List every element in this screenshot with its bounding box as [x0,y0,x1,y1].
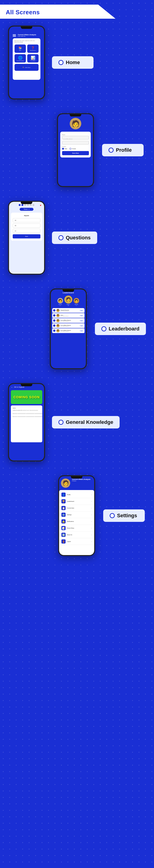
gender-label: Gender [62,146,89,147]
profile-arrow-icon: › [91,494,92,496]
gk-section: ← GK in Gujarati COMING SOON OP10 સ્ત્રી… [0,376,154,468]
bury-icon: ❓ [31,46,35,50]
settings-about-label: About Us [67,534,72,535]
gk-phone-notch [21,384,32,386]
lb-info-4: Tangeeth Samachar Current Affairs Analys… [60,309,79,312]
profile-screen: 🧑 Name Current Affairs Analysis Gender M… [58,114,93,186]
option-a[interactable]: (a) [13,218,41,222]
settings-item-settings[interactable]: ⚙️ Settings › [60,512,93,518]
home-quote: All progress takes place outside the com… [15,40,38,43]
settings-phone-notch [71,476,82,478]
questions-section: ♥ Timer: 2 Rajasthi (a) (b) (c) Next [0,194,154,282]
home-icon-gk[interactable]: 🌐 General Knowledge [15,54,26,62]
current-label: Current Affairs [30,60,35,61]
dot-1 [19,204,21,206]
profile-save-button[interactable]: Save Now [62,151,89,155]
leaderboard-settings-icon: 🏆 [61,499,66,503]
settings-avatar: 🧑 [61,478,70,488]
settings-profile-label: Profile [67,494,71,495]
gk-label-text-box: General Knowledge [66,419,113,425]
leaderboard-screen: Leaderboard 🧑 Rajasthi 8 🧑 Rajguru 14 🧑 [51,289,86,368]
dot-6 [32,204,34,206]
option-b[interactable]: (b) [13,223,41,227]
settings-label-box: Settings [103,509,145,522]
terms-icon: 📝 [61,526,66,530]
dot-4 [27,204,29,206]
lb-score-6: 2 pts [79,320,83,322]
settings-item-logout[interactable]: 🚪 Logout › [60,538,93,545]
lb-row-6: 6 🧑 Current Affairs Analysis Current Aff… [52,318,84,323]
settings-item-quiz[interactable]: 📋 Current Quiz › [60,505,93,512]
profile-form: Name Current Affairs Analysis Gender Mal… [60,132,91,157]
leaderboard-phone-notch [62,289,74,292]
lb-row-5: 5 🧑 admin Current Affairs Analysis 6 pts [52,313,84,318]
lb-avatar-8: 🧑 [56,329,59,332]
questions-screen: ♥ Timer: 2 Rajasthi (a) (b) (c) Next [9,202,44,274]
phone-notch [21,27,32,29]
about-icon: ℹ️ [61,533,66,537]
female-radio[interactable] [70,148,71,150]
heart-icon: ♥ [40,204,41,207]
lb-score-8: 1 pts [79,330,83,332]
profile-label-box: Profile [102,144,144,156]
lb-score-7: 1 pts [79,325,83,327]
male-option[interactable]: Male [62,148,67,150]
about-arrow-icon: › [91,534,92,536]
page-container: All Screens Current Affairs Analysis Lea… [0,0,154,565]
home-icon-current[interactable]: 📊 Current Affairs [27,54,38,62]
lb-info-7: Current Affairs Analysis Current Affairs… [60,325,79,327]
profile-section: Profile 🧑 Name Current Affairs Analysis … [0,106,154,194]
home-leaderboard-btn[interactable]: 🏆 Leader Board [15,64,38,71]
third-avatar: 🧑 [74,298,79,304]
rank-4: 4 [53,309,55,312]
home-icon-basic[interactable]: 📚 Basic [15,44,26,53]
next-button[interactable]: Next [13,234,41,239]
settings-item-terms[interactable]: 📝 Terms Policy › [60,525,93,531]
settings-leaderboard-label: Leaderboard [67,501,74,502]
settings-notifications-label: Notifications [67,521,74,522]
lb-info-8: Current Affairs Analysis Current Affairs… [60,330,79,332]
username-field[interactable] [62,141,89,145]
notifications-arrow-icon: › [91,521,92,523]
settings-item-notifications[interactable]: 🔔 Notifications › [60,518,93,525]
profile-circle-icon [108,148,113,153]
questions-phone-notch [21,202,32,204]
settings-menu-list: 👤 Profile › 🏆 Leaderboard › 📋 Current Qu… [59,490,94,555]
home-icon-bury[interactable]: ❓ Bury Questions [27,44,38,53]
female-option[interactable]: Female [70,148,76,150]
gk-screen: ← GK in Gujarati COMING SOON OP10 સ્ત્રી… [9,384,44,461]
gk-circle-icon [58,420,63,425]
male-radio[interactable] [62,148,64,150]
name-field-label: Name [62,134,89,135]
home-screen-subtitle: Learn with Fun [18,35,36,37]
settings-gear-icon: ⚙️ [61,513,66,517]
gk-title: GK in Gujarati [14,386,24,388]
leaderboard-arrow-icon: › [91,500,92,502]
home-circle-icon [58,60,63,65]
settings-circle-icon [110,513,115,518]
rank-8: 8 [53,330,55,332]
leaderboard-phone-mockup: Leaderboard 🧑 Rajasthi 8 🧑 Rajguru 14 🧑 [50,288,87,369]
first-place: 🧑 Rajguru 14 [65,296,72,306]
settings-item-profile[interactable]: 👤 Profile › [60,491,93,498]
second-place: 🧑 Rajasthi 8 [57,298,63,306]
settings-item-about[interactable]: ℹ️ About Us › [60,531,93,538]
back-icon[interactable]: ← [11,386,13,388]
logout-icon: 🚪 [61,539,66,544]
profile-avatar: 🧑 [70,118,81,129]
settings-logout-label: Logout [67,541,71,542]
second-avatar: 🧑 [57,298,63,304]
progress-dots [11,204,42,206]
first-avatar: 🧑 [65,296,72,304]
profile-phone-mockup: 🧑 Name Current Affairs Analysis Gender M… [57,113,94,187]
lb-score-4: 3 pts [79,309,83,312]
quiz-settings-icon: 📋 [61,506,66,510]
question-text: Rajasthi [13,215,41,216]
third-place: 🧑 Rajasthi 5 [74,298,79,306]
name-field[interactable]: Current Affairs Analysis [62,136,89,140]
home-icons-row-1: 📚 Basic ❓ Bury Questions [15,44,38,53]
home-label-box: Home [52,56,94,69]
option-c[interactable]: (c) [13,229,41,233]
settings-item-leaderboard[interactable]: 🏆 Leaderboard › [60,498,93,505]
coming-soon-text: COMING SOON [14,395,40,399]
